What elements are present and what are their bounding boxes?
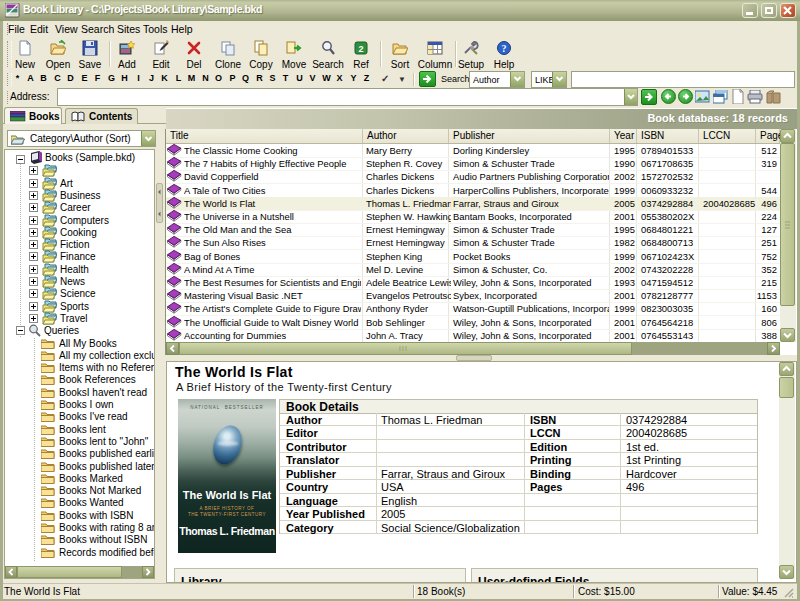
svg-text:?: ? — [502, 43, 507, 54]
svg-text:2: 2 — [358, 44, 363, 54]
